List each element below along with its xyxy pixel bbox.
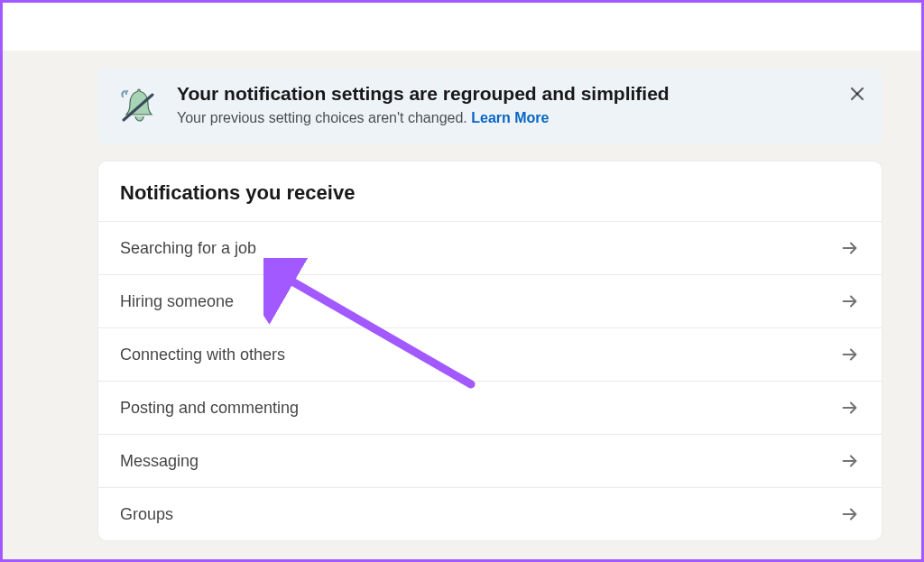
info-banner: Your notification settings are regrouped…: [97, 69, 882, 144]
chevron-right-icon: [840, 451, 860, 471]
chevron-right-icon: [840, 345, 860, 364]
banner-subtitle-text: Your previous setting choices aren't cha…: [177, 110, 471, 125]
list-item-label: Messaging: [120, 452, 199, 471]
list-item-label: Posting and commenting: [120, 399, 299, 418]
learn-more-link[interactable]: Learn More: [471, 110, 549, 125]
content-container: Your notification settings are regrouped…: [97, 69, 882, 541]
banner-subtitle: Your previous setting choices aren't cha…: [177, 110, 864, 126]
item-messaging[interactable]: Messaging: [98, 434, 882, 487]
item-posting-and-commenting[interactable]: Posting and commenting: [98, 381, 882, 434]
top-whitespace: [0, 0, 924, 51]
item-hiring-someone[interactable]: Hiring someone: [98, 274, 882, 327]
chevron-right-icon: [840, 238, 860, 258]
close-button[interactable]: [845, 81, 870, 106]
item-searching-for-a-job[interactable]: Searching for a job: [98, 221, 882, 274]
list-item-label: Searching for a job: [120, 239, 256, 258]
item-connecting-with-others[interactable]: Connecting with others: [98, 327, 882, 381]
chevron-right-icon: [840, 291, 860, 311]
banner-title: Your notification settings are regrouped…: [177, 83, 864, 105]
close-icon: [849, 86, 865, 102]
list-item-label: Groups: [120, 505, 173, 524]
banner-text: Your notification settings are regrouped…: [177, 83, 864, 126]
chevron-right-icon: [840, 504, 860, 524]
bell-icon: [116, 83, 161, 128]
list-item-label: Connecting with others: [120, 345, 285, 364]
item-groups[interactable]: Groups: [98, 487, 882, 540]
chevron-right-icon: [840, 398, 860, 418]
page-background: Your notification settings are regrouped…: [0, 51, 924, 562]
section-title: Notifications you receive: [98, 161, 882, 221]
notifications-card: Notifications you receive Searching for …: [97, 161, 882, 541]
list-item-label: Hiring someone: [120, 292, 234, 311]
